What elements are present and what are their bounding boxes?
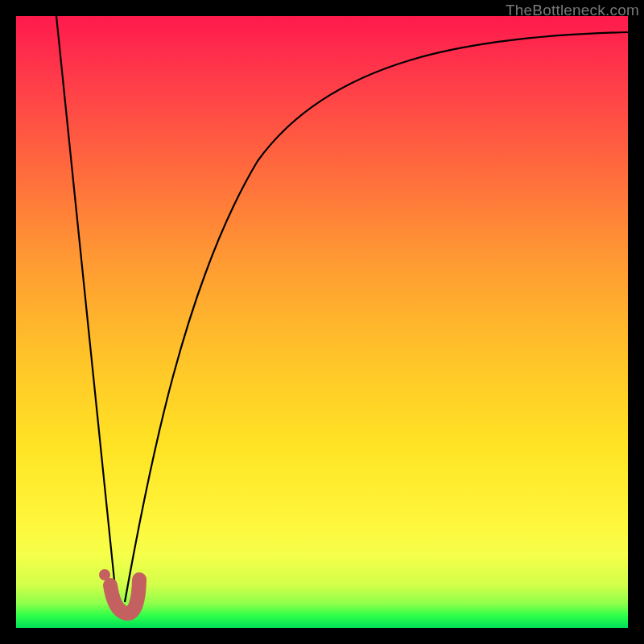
curve-right-limb bbox=[125, 32, 628, 602]
curve-left-limb bbox=[56, 16, 117, 604]
plot-area bbox=[16, 16, 628, 628]
marker-j-tail bbox=[110, 580, 139, 613]
curve-layer bbox=[16, 16, 628, 628]
watermark-text: TheBottleneck.com bbox=[506, 2, 639, 19]
chart-frame: TheBottleneck.com bbox=[0, 0, 644, 644]
marker-dot bbox=[99, 569, 110, 580]
